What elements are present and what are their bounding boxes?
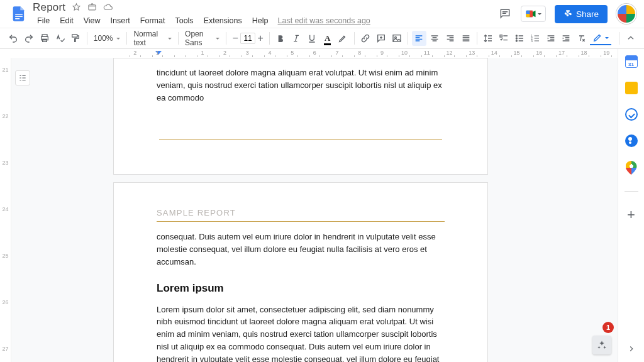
side-panel: + <box>618 49 644 362</box>
fontsize-stepper[interactable]: − 11 + <box>230 33 265 44</box>
align-center-icon[interactable] <box>428 31 442 46</box>
comments-icon[interactable] <box>498 7 512 21</box>
add-addon-icon[interactable]: + <box>627 208 635 222</box>
docs-logo[interactable] <box>8 3 30 25</box>
svg-rect-3 <box>89 5 96 10</box>
checklist-icon[interactable] <box>497 31 511 46</box>
plus-icon[interactable]: + <box>255 33 265 44</box>
highlight-icon[interactable] <box>336 31 350 46</box>
svg-point-15 <box>516 38 517 39</box>
vertical-ruler[interactable]: 21222324252627 <box>0 58 11 362</box>
share-button[interactable]: Share <box>555 5 608 23</box>
add-comment-icon[interactable] <box>374 31 389 46</box>
explore-fab[interactable]: 1 <box>592 322 611 354</box>
svg-rect-0 <box>15 14 23 15</box>
menu-extensions[interactable]: Extensions <box>199 14 247 27</box>
line-spacing-icon[interactable] <box>481 31 496 46</box>
divider-line <box>159 139 442 140</box>
chevron-down-icon <box>605 37 609 39</box>
divider <box>625 191 638 192</box>
star-icon[interactable] <box>72 3 81 12</box>
text-color-icon[interactable]: A <box>320 31 335 46</box>
svg-rect-1 <box>15 16 23 18</box>
horizontal-ruler[interactable]: 2112345678910111213141516171819 <box>26 49 618 58</box>
move-icon[interactable] <box>87 3 97 12</box>
bold-icon[interactable] <box>274 31 288 46</box>
notification-badge: 1 <box>602 322 614 333</box>
document-workspace: 21222324252627 tincidunt ut laoreet dolo… <box>0 58 618 362</box>
undo-icon[interactable] <box>6 31 21 46</box>
link-icon[interactable] <box>358 31 373 46</box>
align-left-icon[interactable] <box>412 31 426 46</box>
indent-decrease-icon[interactable] <box>543 31 558 46</box>
chevron-down-icon <box>168 38 172 40</box>
menu-view[interactable]: View <box>79 14 105 27</box>
svg-rect-11 <box>393 35 401 42</box>
divider-line <box>157 221 445 222</box>
svg-text:3: 3 <box>531 40 533 43</box>
font-select[interactable]: Open Sans <box>182 28 222 49</box>
chevron-down-icon <box>538 13 541 15</box>
underline-icon[interactable] <box>305 31 319 46</box>
svg-rect-9 <box>43 39 47 41</box>
fontsize-value[interactable]: 11 <box>240 33 255 44</box>
menu-help[interactable]: Help <box>248 14 273 27</box>
paint-format-icon[interactable] <box>69 31 83 46</box>
maps-icon[interactable] <box>626 161 637 175</box>
body-text[interactable]: Lorem ipsum dolor sit amet, consectetuer… <box>157 304 445 363</box>
doc-title[interactable]: Report <box>33 1 65 14</box>
align-justify-icon[interactable] <box>458 31 473 46</box>
meet-button[interactable] <box>521 6 546 22</box>
outline-toggle-icon[interactable] <box>15 70 30 85</box>
menu-file[interactable]: File <box>33 14 54 27</box>
collapse-toolbar-icon[interactable] <box>623 31 638 46</box>
tasks-icon[interactable] <box>625 108 638 121</box>
page-header[interactable]: SAMPLE REPORT <box>157 208 445 217</box>
chevron-down-icon <box>116 38 120 40</box>
zoom-select[interactable]: 100% <box>91 32 123 45</box>
menu-edit[interactable]: Edit <box>55 14 78 27</box>
editing-mode-button[interactable] <box>590 31 611 45</box>
indent-increase-icon[interactable] <box>559 31 574 46</box>
page-1[interactable]: tincidunt ut laoreet dolore magna aliqua… <box>113 58 488 175</box>
menu-insert[interactable]: Insert <box>106 14 135 27</box>
italic-icon[interactable] <box>289 31 304 46</box>
page-2[interactable]: SAMPLE REPORT consequat. Duis autem vel … <box>113 182 488 362</box>
contacts-icon[interactable] <box>625 134 638 147</box>
header-bar: Report File Edit View Insert Format Tool… <box>0 0 644 28</box>
toolbar: 100% Normal text Open Sans − 11 + A 123 <box>0 28 644 49</box>
heading[interactable]: Lorem ipsum <box>157 282 445 295</box>
svg-rect-10 <box>72 35 77 37</box>
svg-point-16 <box>516 40 517 41</box>
body-text[interactable]: consequat. Duis autem vel eum iriure dol… <box>157 231 445 268</box>
share-label: Share <box>576 9 599 19</box>
avatar[interactable] <box>616 4 636 24</box>
svg-rect-13 <box>500 35 502 37</box>
last-edit-link[interactable]: Last edit was seconds ago <box>278 16 370 25</box>
body-text[interactable]: tincidunt ut laoreet dolore magna aliqua… <box>157 67 445 104</box>
menu-tools[interactable]: Tools <box>170 14 197 27</box>
chevron-down-icon <box>216 38 219 40</box>
keep-icon[interactable] <box>625 82 638 94</box>
align-right-icon[interactable] <box>443 31 458 46</box>
spellcheck-icon[interactable] <box>53 31 67 46</box>
print-icon[interactable] <box>38 31 52 46</box>
minus-icon[interactable]: − <box>230 33 240 44</box>
cloud-status-icon[interactable] <box>103 3 113 12</box>
calendar-icon[interactable] <box>625 55 638 68</box>
hide-sidepanel-icon[interactable] <box>627 344 636 356</box>
svg-point-14 <box>516 35 517 36</box>
redo-icon[interactable] <box>22 31 36 46</box>
svg-rect-2 <box>15 18 19 19</box>
numbered-list-icon[interactable]: 123 <box>528 31 542 46</box>
explore-icon[interactable] <box>592 336 611 354</box>
menu-bar: File Edit View Insert Format Tools Exten… <box>33 14 370 27</box>
clear-format-icon[interactable] <box>575 31 589 46</box>
style-select[interactable]: Normal text <box>131 28 174 49</box>
svg-rect-6 <box>566 10 570 11</box>
bulleted-list-icon[interactable] <box>513 31 527 46</box>
menu-format[interactable]: Format <box>136 14 170 27</box>
insert-image-icon[interactable] <box>389 31 404 46</box>
